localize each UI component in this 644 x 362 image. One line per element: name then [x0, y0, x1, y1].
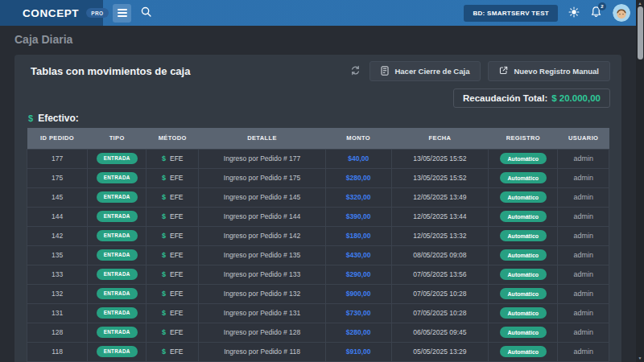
cell-detalle: Ingreso por Pedido # 177: [199, 149, 326, 168]
scrollbar[interactable]: ▲ ▼: [636, 0, 644, 362]
cell-metodo: $EFE: [147, 303, 199, 323]
cell-monto: $40,00: [325, 149, 391, 168]
search-icon: [140, 6, 152, 20]
cell-detalle: Ingreso por Pedido # 132: [199, 284, 326, 303]
notification-badge: 2: [598, 2, 606, 10]
cash-movements-card: Tablas con movimientos de caja: [14, 55, 621, 362]
cell-monto: $900,00: [325, 284, 391, 303]
search-button[interactable]: [140, 6, 152, 20]
cell-tipo: ENTRADA: [88, 168, 147, 187]
cell-id-pedido: 133: [27, 265, 88, 284]
dollar-icon: $: [162, 309, 166, 317]
scroll-down-arrow[interactable]: ▼: [636, 356, 644, 360]
cell-metodo: $EFE: [147, 245, 199, 265]
tipo-badge: ENTRADA: [97, 249, 138, 260]
dollar-icon: $: [162, 251, 166, 259]
registro-badge: Automático: [500, 211, 547, 222]
notifications-button[interactable]: 2: [590, 6, 602, 20]
header-detalle: DETALLE: [199, 128, 326, 149]
theme-button[interactable]: [568, 6, 580, 20]
menu-button[interactable]: [113, 4, 131, 23]
cell-tipo: ENTRADA: [88, 187, 147, 207]
cell-monto: $180,00: [325, 226, 391, 245]
efectivo-section-label: $ Efectivo:: [28, 112, 621, 124]
cell-tipo: ENTRADA: [88, 342, 147, 361]
nuevo-registro-button[interactable]: Nuevo Registro Manual: [488, 61, 610, 81]
cell-id-pedido: 144: [27, 207, 88, 226]
cell-usuario: admin: [558, 207, 609, 226]
total-label: Recaudación Total:: [463, 93, 547, 103]
tipo-badge: ENTRADA: [97, 307, 138, 318]
tipo-badge: ENTRADA: [97, 288, 138, 298]
registro-badge: Automático: [500, 288, 547, 299]
table-row: 131 ENTRADA $EFE Ingreso por Pedido # 13…: [27, 303, 609, 323]
header-fecha: FECHA: [391, 128, 489, 149]
registro-badge: Automático: [500, 307, 547, 319]
cell-fecha: 13/05/2025 15:52: [391, 168, 489, 187]
dollar-icon: $: [162, 154, 166, 162]
dollar-icon: $: [162, 212, 166, 220]
cell-fecha: 07/05/2025 10:28: [391, 284, 489, 303]
cell-fecha: 13/05/2025 15:52: [391, 149, 489, 168]
dollar-icon: $: [162, 193, 166, 201]
cell-usuario: admin: [558, 342, 609, 361]
cell-usuario: admin: [558, 245, 609, 265]
topbar-right: BD: SMARTSERV TEST: [464, 4, 636, 22]
cell-fecha: 12/05/2025 13:32: [391, 226, 489, 245]
cell-tipo: ENTRADA: [88, 226, 147, 245]
cell-fecha: 12/05/2025 13:44: [391, 207, 489, 226]
db-button[interactable]: BD: SMARTSERV TEST: [464, 5, 558, 22]
cell-tipo: ENTRADA: [88, 245, 147, 265]
registro-badge: Automático: [500, 172, 547, 183]
cell-tipo: ENTRADA: [88, 284, 147, 303]
movements-table: ID PEDIDO TIPO MÉTODO DETALLE MONTO FECH…: [27, 128, 609, 362]
table-row: 132 ENTRADA $EFE Ingreso por Pedido # 13…: [27, 284, 609, 303]
cell-fecha: 06/05/2025 09:45: [391, 323, 489, 342]
cell-registro: Automático: [489, 207, 558, 226]
cell-detalle: Ingreso por Pedido # 118: [199, 342, 326, 361]
total-box: Recaudación Total: $ 20.000,00: [453, 88, 610, 108]
tipo-badge: ENTRADA: [97, 346, 138, 356]
cell-id-pedido: 118: [27, 342, 88, 361]
cell-id-pedido: 145: [27, 187, 88, 207]
scroll-up-arrow[interactable]: ▲: [636, 1, 644, 6]
refresh-button[interactable]: [350, 65, 361, 78]
avatar[interactable]: [613, 4, 630, 22]
cell-usuario: admin: [558, 226, 609, 245]
cell-detalle: Ingreso por Pedido # 135: [199, 245, 326, 265]
cierre-caja-button[interactable]: Hacer Cierre de Caja: [369, 61, 481, 81]
app-screen: CONCEPT PRO BD: SMARTSERV TEST: [0, 0, 644, 362]
cell-usuario: admin: [558, 187, 609, 207]
cell-metodo: $EFE: [147, 342, 199, 361]
cell-monto: $390,00: [325, 207, 391, 226]
table-row: 142 ENTRADA $EFE Ingreso por Pedido # 14…: [27, 226, 609, 245]
cell-metodo: $EFE: [147, 265, 199, 284]
table-row: 175 ENTRADA $EFE Ingreso por Pedido # 17…: [27, 168, 609, 187]
cell-registro: Automático: [489, 226, 558, 245]
cell-metodo: $EFE: [147, 207, 199, 226]
cell-id-pedido: 132: [27, 284, 88, 303]
cell-usuario: admin: [558, 303, 609, 323]
dollar-icon: $: [162, 270, 166, 278]
cell-id-pedido: 175: [27, 168, 88, 187]
table-row: 145 ENTRADA $EFE Ingreso por Pedido # 14…: [27, 187, 609, 207]
cell-monto: $280,00: [325, 168, 391, 187]
card-title: Tablas con movimientos de caja: [31, 65, 190, 77]
dollar-icon: $: [162, 232, 166, 240]
cell-id-pedido: 128: [27, 323, 88, 342]
cell-id-pedido: 135: [27, 245, 88, 265]
registro-badge: Automático: [500, 191, 547, 203]
topbar: CONCEPT PRO BD: SMARTSERV TEST: [0, 0, 636, 26]
brand-logo: CONCEPT: [23, 7, 79, 19]
cell-registro: Automático: [489, 303, 558, 323]
cell-fecha: 07/05/2025 13:56: [391, 265, 489, 284]
cell-fecha: 05/05/2025 13:29: [391, 342, 489, 361]
scrollbar-thumb[interactable]: [638, 6, 643, 60]
cell-registro: Automático: [489, 284, 558, 303]
table-row: 118 ENTRADA $EFE Ingreso por Pedido # 11…: [27, 342, 609, 361]
header-monto: MONTO: [325, 128, 391, 149]
cell-metodo: $EFE: [147, 226, 199, 245]
registro-badge: Automático: [500, 153, 547, 164]
cell-fecha: 12/05/2025 13:49: [391, 187, 489, 207]
external-link-icon: [499, 66, 508, 76]
